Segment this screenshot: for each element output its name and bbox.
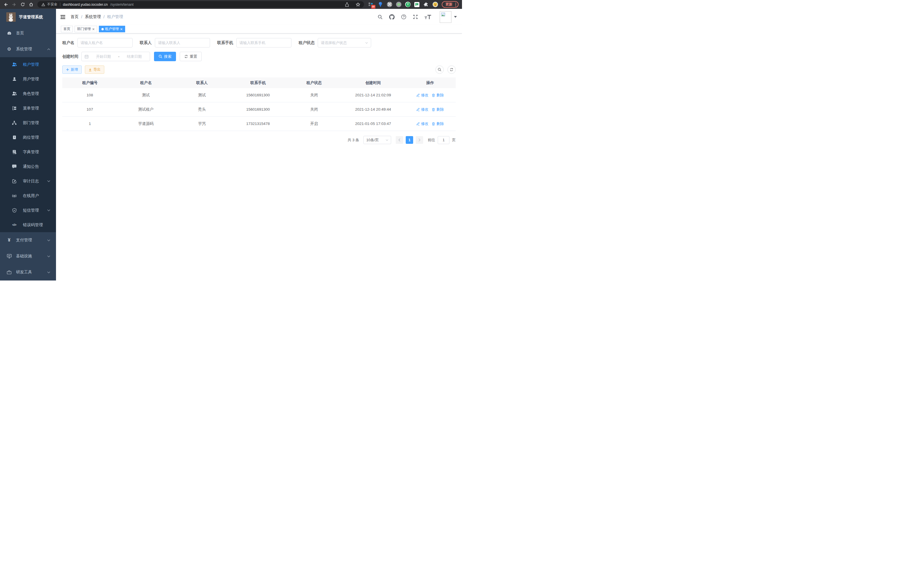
status-select[interactable]: 请选择租户状态 — [318, 38, 371, 47]
top-navbar: 首页 / 系统管理 / 租户管理 — [56, 9, 462, 25]
avatar-broken-image[interactable] — [440, 11, 452, 23]
sidebar-item-infra[interactable]: 基础设施 — [0, 248, 56, 264]
page-number-1[interactable]: 1 — [406, 136, 413, 144]
sidebar-item-errcode[interactable]: </> 错误码管理 — [0, 218, 56, 232]
tenant-name-input[interactable] — [81, 41, 129, 45]
profile-avatar-icon[interactable] — [433, 2, 438, 7]
sidebar-item-tenant[interactable]: 租户管理 — [0, 57, 56, 72]
y-glyph: Y — [406, 2, 410, 7]
logo[interactable]: 芋道管理系统 — [0, 9, 56, 25]
sidebar-fold-icon[interactable] — [60, 15, 66, 20]
page-size-select[interactable]: 10条/页 — [363, 136, 391, 144]
goto-page-input[interactable] — [438, 136, 449, 144]
browser-reload-icon[interactable] — [21, 2, 25, 7]
monitor-icon — [7, 254, 12, 259]
date-range-picker[interactable]: 开始日期 - 结束日期 — [81, 52, 150, 61]
bookmark-star-icon[interactable] — [354, 2, 362, 7]
cell-mobile: 15601691300 — [230, 93, 286, 97]
browser-menu-dots-icon[interactable] — [455, 3, 456, 7]
browser-forward-icon[interactable] — [12, 2, 16, 7]
sidebar-item-audit-log[interactable]: 审计日志 — [0, 174, 56, 188]
pagination-goto: 前往 页 — [428, 136, 456, 144]
tab-tenant[interactable]: 租户管理 — [99, 26, 125, 32]
extension-pin-icon[interactable] — [377, 2, 383, 8]
add-label: 新增 — [71, 67, 78, 72]
edit-link[interactable]: 修改 — [416, 107, 428, 112]
breadcrumb-system[interactable]: 系统管理 — [85, 14, 101, 20]
show-search-button[interactable] — [435, 65, 444, 74]
share-icon[interactable] — [343, 2, 351, 7]
sidebar-item-notice[interactable]: 通知公告 — [0, 159, 56, 174]
close-icon[interactable] — [92, 28, 94, 30]
sidebar-item-post[interactable]: 岗位管理 — [0, 130, 56, 145]
delete-link[interactable]: 删除 — [432, 107, 444, 112]
url-path: /system/tenant — [110, 3, 134, 7]
sidebar-item-devtools[interactable]: 研发工具 — [0, 264, 56, 280]
sidebar-item-label: 用户管理 — [23, 77, 39, 82]
edit-link[interactable]: 修改 — [416, 121, 428, 126]
sidebar-item-label: 首页 — [16, 31, 24, 36]
edit-link[interactable]: 修改 — [416, 93, 428, 98]
search-icon — [159, 55, 162, 58]
cell-status: 关闭 — [286, 107, 342, 112]
sidebar-item-label: 审计日志 — [23, 179, 39, 184]
sidebar-item-role[interactable]: 角色管理 — [0, 86, 56, 101]
tab-dept[interactable]: 部门管理 — [75, 26, 97, 32]
security-chip[interactable]: 不安全 — [41, 2, 57, 7]
sidebar-item-dept[interactable]: 部门管理 — [0, 116, 56, 130]
chevron-down-icon — [47, 239, 50, 241]
browser-home-icon[interactable] — [29, 2, 33, 7]
search-icon[interactable] — [378, 15, 382, 20]
refresh-table-button[interactable] — [447, 65, 456, 74]
caret-down-icon[interactable] — [454, 16, 457, 18]
filter-contact: 联系人 — [140, 38, 210, 47]
sidebar-item-home[interactable]: 首页 — [0, 25, 56, 41]
fullscreen-icon[interactable] — [413, 14, 418, 20]
delete-link[interactable]: 删除 — [432, 93, 444, 98]
sidebar-item-menu[interactable]: 菜单管理 — [0, 101, 56, 116]
role-users-icon — [12, 92, 17, 96]
delete-link[interactable]: 删除 — [432, 121, 444, 126]
cell-status: 关闭 — [286, 93, 342, 98]
extension-tabs-icon[interactable]: 10 — [368, 2, 374, 8]
sidebar-item-system[interactable]: ⚙ 系统管理 — [0, 41, 56, 57]
extension-chat-icon[interactable] — [414, 2, 419, 7]
prev-page-button[interactable] — [396, 136, 403, 144]
breadcrumb-home[interactable]: 首页 — [70, 14, 79, 20]
url-bar[interactable]: 不安全 dashboard.yudao.iocoder.cn/system/te… — [38, 1, 364, 8]
add-button[interactable]: 新增 — [62, 65, 82, 74]
export-button[interactable]: 导出 — [85, 65, 104, 74]
github-icon[interactable] — [389, 14, 394, 20]
sidebar-item-sms[interactable]: 短信管理 — [0, 203, 56, 218]
help-icon[interactable] — [401, 14, 406, 20]
mobile-input[interactable] — [239, 41, 288, 45]
extension-y-icon[interactable]: Y — [405, 2, 411, 7]
close-icon[interactable] — [120, 28, 123, 30]
tenant-users-icon — [12, 62, 17, 67]
browser-chrome: 不安全 dashboard.yudao.iocoder.cn/system/te… — [0, 0, 462, 9]
extensions-puzzle-icon[interactable] — [423, 2, 429, 8]
cell-tenant-name: 测试 — [117, 93, 175, 98]
sidebar-item-pay[interactable]: ¥ 支付管理 — [0, 232, 56, 248]
sidebar-item-online-user[interactable]: 在线用户 — [0, 188, 56, 203]
active-dot — [101, 28, 104, 30]
browser-back-icon[interactable] — [3, 2, 8, 7]
search-button[interactable]: 搜索 — [154, 52, 176, 61]
extension-command-icon[interactable]: ⌘ — [387, 2, 392, 7]
font-size-icon[interactable] — [424, 15, 431, 19]
tab-home[interactable]: 首页 — [61, 26, 73, 32]
sidebar-item-user[interactable]: 用户管理 — [0, 72, 56, 86]
page-size-value: 10条/页 — [366, 138, 379, 143]
calendar-icon — [85, 55, 88, 59]
extension-grey-dot-icon[interactable] — [396, 2, 401, 7]
chevron-up-icon — [47, 48, 50, 50]
sidebar-item-dict[interactable]: 字典管理 — [0, 145, 56, 159]
next-page-button[interactable] — [416, 136, 423, 144]
contact-input[interactable] — [158, 41, 207, 45]
table-row: 108 测试 测试 15601691300 关闭 2021-12-14 21:0… — [62, 88, 456, 102]
breadcrumb-current: 租户管理 — [107, 14, 123, 20]
tab-label: 部门管理 — [77, 27, 91, 32]
browser-update-button[interactable]: 更新 — [442, 1, 459, 8]
reset-button[interactable]: 重置 — [180, 52, 202, 61]
sidebar-item-label: 岗位管理 — [23, 135, 39, 140]
